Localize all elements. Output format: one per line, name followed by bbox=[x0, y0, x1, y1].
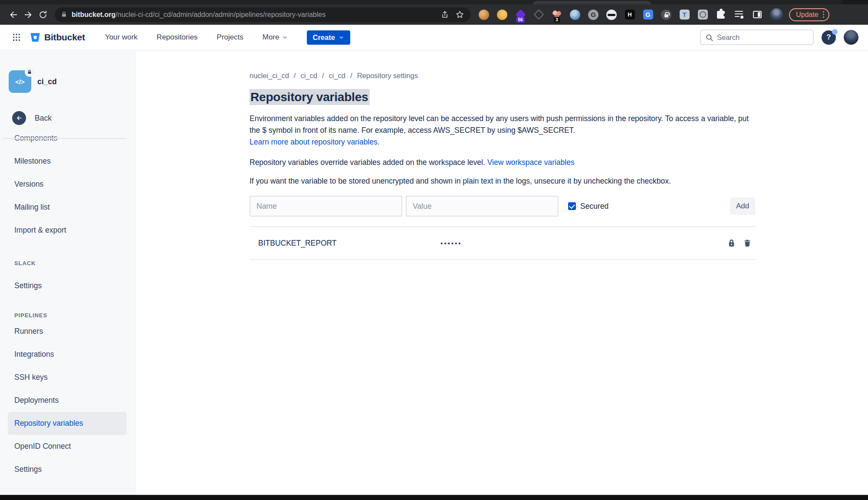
repo-avatar[interactable]: </> bbox=[9, 70, 31, 93]
breadcrumb-workspace[interactable]: nuclei_ci_cd bbox=[250, 72, 289, 80]
puzzle-extensions-icon[interactable] bbox=[715, 9, 727, 20]
lock-icon bbox=[61, 11, 67, 18]
address-bar[interactable]: bitbucket.org/nuclei-ci-cd/ci_cd/admin/a… bbox=[55, 7, 470, 22]
browser-toolbar: bitbucket.org/nuclei-ci-cd/ci_cd/admin/a… bbox=[0, 4, 868, 25]
sidebar-item-openid-connect[interactable]: OpenID Connect bbox=[0, 435, 135, 458]
bitbucket-app-bar: Bitbucket Your work Repositories Project… bbox=[0, 25, 868, 50]
main-content: nuclei_ci_cd / ci_cd / ci_cd / Repositor… bbox=[136, 51, 868, 495]
variable-name-input[interactable] bbox=[250, 196, 402, 217]
secured-lock-icon[interactable] bbox=[727, 239, 736, 248]
chevron-down-icon bbox=[282, 35, 288, 40]
t-server-extension-icon[interactable]: T bbox=[679, 9, 690, 20]
sidebar-item-slack-settings[interactable]: Settings bbox=[0, 274, 135, 297]
view-workspace-variables-link[interactable]: View workspace variables bbox=[487, 158, 575, 167]
nav-projects[interactable]: Projects bbox=[217, 33, 243, 42]
breadcrumb-separator: / bbox=[350, 72, 352, 80]
bitbucket-logo[interactable]: Bitbucket bbox=[30, 32, 85, 43]
sidebar-item-milestones[interactable]: Milestones bbox=[0, 150, 135, 173]
nav-your-work[interactable]: Your work bbox=[105, 33, 138, 42]
sidebar-item-ssh-keys[interactable]: SSH keys bbox=[0, 366, 135, 389]
clipboard-extension-icon[interactable] bbox=[697, 9, 708, 20]
app-switcher-icon[interactable] bbox=[10, 30, 23, 44]
repo-name: ci_cd bbox=[37, 77, 57, 86]
delete-trash-icon[interactable] bbox=[743, 239, 752, 248]
breadcrumb-repo[interactable]: ci_cd bbox=[329, 72, 346, 80]
g-circle-extension-icon[interactable]: G bbox=[588, 9, 599, 20]
repo-header: </> ci_cd bbox=[0, 70, 135, 93]
private-repo-lock-icon bbox=[25, 67, 34, 77]
url-domain: bitbucket.org bbox=[72, 11, 115, 18]
cookie-icon[interactable] bbox=[478, 9, 490, 20]
back-button[interactable]: Back bbox=[12, 111, 135, 125]
arrow-left-icon bbox=[12, 111, 26, 125]
url-path: /nuclei-ci-cd/ci_cd/admin/addon/admin/pi… bbox=[115, 11, 326, 18]
nav-more[interactable]: More bbox=[263, 33, 288, 42]
repo-sidebar: </> ci_cd Back Components Milestones Ver… bbox=[0, 51, 136, 495]
breadcrumb: nuclei_ci_cd / ci_cd / ci_cd / Repositor… bbox=[250, 72, 755, 80]
lock-circle-extension-icon[interactable] bbox=[661, 9, 672, 20]
h-extension-icon[interactable]: H bbox=[624, 9, 635, 20]
playlist-extension-icon[interactable] bbox=[733, 9, 745, 20]
browser-update-button[interactable]: Update bbox=[789, 8, 829, 21]
side-panel-icon[interactable] bbox=[752, 9, 763, 20]
url-text: bitbucket.org/nuclei-ci-cd/ci_cd/admin/a… bbox=[72, 11, 326, 19]
help-icon[interactable]: ? bbox=[822, 30, 836, 45]
sidebar-item-integrations[interactable]: Integrations bbox=[0, 343, 135, 366]
sidebar-item-mailing-list[interactable]: Mailing list bbox=[0, 196, 135, 219]
translate-extension-icon[interactable]: G bbox=[642, 9, 654, 20]
back-icon[interactable] bbox=[6, 7, 21, 22]
secured-checkbox[interactable] bbox=[568, 202, 576, 210]
override-paragraph: Repository variables override variables … bbox=[250, 157, 755, 168]
extension-badge-56: 56 bbox=[516, 17, 524, 23]
cookie-icon-2[interactable] bbox=[496, 9, 508, 20]
search-input[interactable] bbox=[717, 33, 804, 42]
page: bitbucket.org/nuclei-ci-cd/ci_cd/admin/a… bbox=[0, 0, 868, 500]
secured-label: Secured bbox=[580, 202, 608, 211]
sidebar-section-slack: SLACK bbox=[0, 258, 135, 268]
help-glyph: ? bbox=[826, 33, 831, 42]
create-button[interactable]: Create bbox=[307, 30, 350, 45]
reload-icon[interactable] bbox=[36, 7, 50, 22]
extensions-area: 56 3 G H G T bbox=[478, 9, 763, 20]
breadcrumb-separator: / bbox=[294, 72, 296, 80]
paw-extension-icon[interactable]: 3 bbox=[551, 9, 562, 20]
override-text: Repository variables override variables … bbox=[250, 158, 485, 167]
share-icon[interactable] bbox=[441, 10, 449, 19]
help-notification-dot bbox=[832, 29, 838, 35]
page-title: Repository variables bbox=[250, 90, 755, 104]
add-variable-form: Secured Add bbox=[250, 196, 755, 217]
globe-extension-icon[interactable] bbox=[569, 9, 581, 20]
bookmark-star-icon[interactable] bbox=[455, 10, 464, 19]
sidebar-scroll-divider: Components bbox=[0, 132, 135, 144]
sidebar-item-import-export[interactable]: Import & export bbox=[0, 219, 135, 242]
chevron-down-icon bbox=[339, 35, 344, 40]
unencrypted-paragraph: If you want the variable to be stored un… bbox=[250, 175, 755, 187]
sidebar-item-versions[interactable]: Versions bbox=[0, 173, 135, 196]
breadcrumb-separator: / bbox=[322, 72, 324, 80]
user-avatar[interactable] bbox=[844, 30, 858, 45]
browser-menu-icon[interactable] bbox=[823, 11, 825, 18]
search-box[interactable] bbox=[700, 30, 814, 45]
browser-profile-avatar[interactable] bbox=[770, 8, 783, 21]
diamond-outline-extension-icon[interactable] bbox=[533, 9, 544, 20]
sidebar-item-repository-variables[interactable]: Repository variables bbox=[8, 412, 127, 435]
variable-value-input[interactable] bbox=[406, 196, 559, 217]
incognito-extension-icon[interactable] bbox=[606, 9, 617, 20]
learn-more-link[interactable]: Learn more about repository variables bbox=[250, 138, 378, 146]
back-label: Back bbox=[35, 114, 52, 123]
sidebar-item-pipelines-settings[interactable]: Settings bbox=[0, 458, 135, 481]
breadcrumb-repo-settings[interactable]: Repository settings bbox=[357, 72, 418, 80]
secured-checkbox-row[interactable]: Secured bbox=[568, 202, 608, 211]
active-tab-edge bbox=[533, 1, 651, 4]
forward-icon[interactable] bbox=[21, 7, 36, 22]
bitbucket-logo-icon bbox=[30, 32, 41, 43]
purple-diamond-extension-icon[interactable]: 56 bbox=[515, 9, 526, 20]
nav-repositories[interactable]: Repositories bbox=[157, 33, 198, 42]
sidebar-item-runners[interactable]: Runners bbox=[0, 320, 135, 343]
variable-masked-value: •••••• bbox=[441, 240, 462, 247]
primary-nav: Your work Repositories Projects More bbox=[105, 33, 288, 42]
breadcrumb-project[interactable]: ci_cd bbox=[300, 72, 317, 80]
sidebar-item-deployments[interactable]: Deployments bbox=[0, 389, 135, 412]
add-button[interactable]: Add bbox=[730, 197, 755, 215]
description-paragraph: Environment variables added on the repos… bbox=[250, 113, 755, 148]
